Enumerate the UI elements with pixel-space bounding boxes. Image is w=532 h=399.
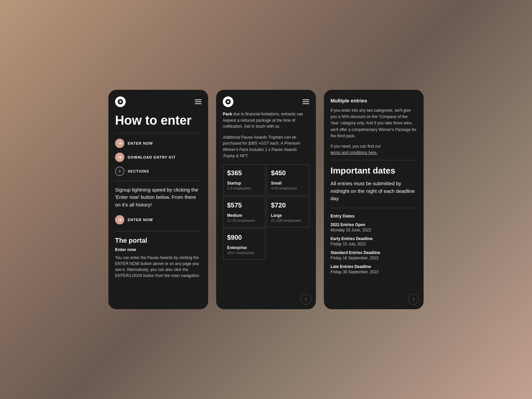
italic-trophies-text: Additional Pause Awards Trophies can be … — [223, 134, 309, 159]
phone-3: Multiple entries If you enter into any t… — [324, 90, 424, 309]
arrow-icon-1 — [115, 139, 124, 148]
download-kit-nav[interactable]: DOWNLOAD ENTRY KIT — [115, 153, 201, 162]
date-item-3: Late Entries Deadline Friday 30 Septembe… — [331, 264, 417, 274]
enter-now-button-1[interactable]: ENTER NOW — [115, 215, 201, 224]
enter-now-sub-label: Enter now — [115, 247, 201, 252]
sections-nav[interactable]: SECTIONS — [115, 167, 201, 176]
price-card-small[interactable]: $450 Small 4-10 employees — [267, 164, 309, 195]
divider-phone3-2 — [331, 208, 417, 208]
scroll-up-button-3[interactable]: ↑ — [408, 294, 419, 305]
sections-label: SECTIONS — [128, 169, 149, 173]
price-small-amount: $450 — [271, 169, 305, 177]
enter-now-nav[interactable]: ENTER NOW — [115, 139, 201, 148]
phone-1-content: How to enter ENTER NOW DOWNLOAD ENTRY KI… — [108, 111, 208, 309]
pricing-grid-row3: $900 Enterprise 101+ employees — [223, 229, 309, 260]
enter-now-btn-label: ENTER NOW — [128, 218, 153, 222]
plus-icon-1 — [115, 167, 124, 176]
phones-container: How to enter ENTER NOW DOWNLOAD ENTRY KI… — [108, 90, 424, 309]
date-date-2: Friday 16 September, 2022 — [331, 256, 417, 260]
price-card-large[interactable]: $720 Large 21-100 employees — [267, 197, 309, 227]
price-medium-amount: $575 — [227, 201, 261, 209]
logo-1[interactable] — [115, 96, 126, 107]
price-large-tier: Large — [271, 213, 305, 218]
scroll-up-icon-3: ↑ — [413, 297, 415, 302]
date-item-2: Standard Entries Deadline Friday 16 Sept… — [331, 250, 417, 260]
phone-3-content: Multiple entries If you enter into any t… — [324, 90, 424, 309]
price-startup-tier: Startup — [227, 181, 261, 186]
pack-intro-text: Pack due to financial limitations, entra… — [223, 111, 309, 130]
important-dates-body: All entries must be submitted by midnigh… — [331, 180, 417, 202]
date-item-1: Early Entries Deadline Friday 15 July, 2… — [331, 236, 417, 246]
logo-inner-1 — [118, 99, 123, 104]
price-large-amount: $720 — [271, 201, 305, 209]
phone-1: How to enter ENTER NOW DOWNLOAD ENTRY KI… — [108, 90, 208, 309]
download-kit-label: DOWNLOAD ENTRY KIT — [128, 155, 176, 159]
multiple-entries-title: Multiple entries — [331, 98, 417, 103]
divider-2 — [115, 181, 201, 181]
date-title-0: 2022 Entries Open — [331, 222, 417, 227]
logo-inner-2 — [225, 99, 231, 104]
pack-bold: Pack — [223, 112, 232, 116]
hamburger-menu-2[interactable] — [303, 99, 309, 104]
date-item-0: 2022 Entries Open Monday 15 June, 2022 — [331, 222, 417, 232]
scroll-up-button-2[interactable]: ↑ — [301, 294, 311, 305]
page-title: How to enter — [115, 114, 201, 128]
price-card-startup[interactable]: $365 Startup 1-3 employees — [223, 164, 265, 195]
hamburger-menu-1[interactable] — [195, 99, 201, 104]
pricing-grid-row1: $365 Startup 1-3 employees $450 Small 4-… — [223, 164, 309, 195]
signup-body-text: Signup lightning speed by clicking the '… — [115, 186, 201, 209]
date-date-0: Monday 15 June, 2022 — [331, 228, 417, 232]
bottom-spacer — [331, 278, 417, 292]
portal-section-title: The portal — [115, 237, 201, 244]
scroll-up-icon-2: ↑ — [305, 297, 307, 302]
date-title-2: Standard Entries Deadline — [331, 250, 417, 255]
pricing-grid-row2: $575 Medium 11-20 employees $720 Large 2… — [223, 197, 309, 227]
price-medium-employees: 11-20 employees — [227, 218, 261, 222]
entry-dates-label: Entry Dates — [331, 213, 417, 218]
phone-2-header — [216, 90, 316, 111]
arrow-icon-3 — [115, 215, 124, 224]
price-startup-employees: 1-3 employees — [227, 186, 261, 190]
phone-1-header — [108, 90, 208, 111]
tc-link[interactable]: terms and conditions here. — [331, 150, 377, 155]
price-card-medium[interactable]: $575 Medium 11-20 employees — [223, 197, 265, 227]
divider-phone3 — [331, 160, 417, 160]
divider-3 — [115, 231, 201, 231]
phone-2-content: Pack due to financial limitations, entra… — [216, 111, 316, 309]
price-medium-tier: Medium — [227, 213, 261, 218]
multiple-entries-body: If you enter into any two categories, we… — [331, 107, 417, 139]
price-large-employees: 21-100 employees — [271, 218, 305, 222]
tc-prefix: If you need, you can find our — [331, 144, 381, 149]
date-date-1: Friday 15 July, 2022 — [331, 242, 417, 246]
pack-body: due to financial limitations, entrants c… — [223, 112, 303, 129]
price-startup-amount: $365 — [227, 169, 261, 177]
portal-description: You can enter the Pause Awards by clicki… — [115, 255, 201, 279]
important-dates-title: Important dates — [331, 166, 417, 176]
date-title-1: Early Entries Deadline — [331, 236, 417, 241]
divider-1 — [115, 133, 201, 133]
price-card-enterprise[interactable]: $900 Enterprise 101+ employees — [223, 229, 265, 260]
arrow-icon-2 — [115, 153, 124, 162]
price-small-tier: Small — [271, 181, 305, 186]
tc-text: If you need, you can find our terms and … — [331, 143, 417, 156]
logo-2[interactable] — [223, 96, 233, 107]
enter-now-label: ENTER NOW — [128, 141, 153, 145]
price-small-employees: 4-10 employees — [271, 186, 305, 190]
price-enterprise-employees: 101+ employees — [227, 251, 261, 255]
price-enterprise-amount: $900 — [227, 234, 261, 241]
price-enterprise-tier: Enterprise — [227, 245, 261, 250]
date-date-3: Friday 30 September, 2022 — [331, 270, 417, 274]
phone-2: Pack due to financial limitations, entra… — [216, 90, 316, 309]
date-title-3: Late Entries Deadline — [331, 264, 417, 269]
